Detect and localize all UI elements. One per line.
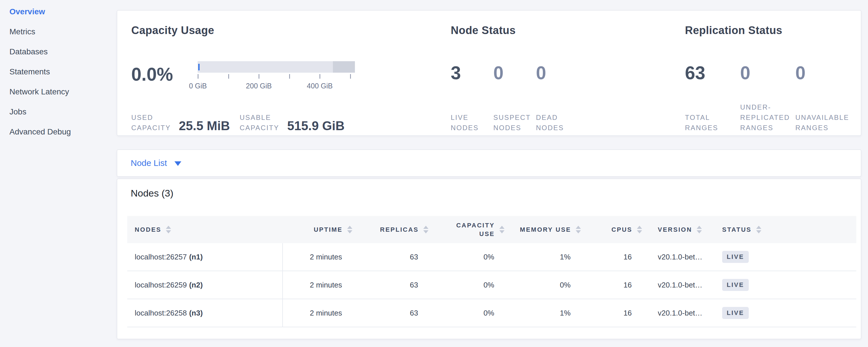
capacity-used-percent: 0.0% (131, 64, 173, 84)
node-memory-use: 1% (504, 253, 581, 261)
node-capacity-use: 0% (428, 253, 504, 261)
gauge-tick (228, 74, 229, 79)
table-row-node-3[interactable]: localhost:26258(n3) 2 minutes 63 0% 1% 1… (127, 299, 856, 327)
replication-labels: TOTAL RANGES UNDER- REPLICATED RANGES UN… (685, 105, 850, 133)
node-uptime: 2 minutes (283, 309, 352, 318)
column-header-replicas[interactable]: REPLICAS (352, 225, 428, 234)
capacity-gauge-nonusable-segment (333, 61, 355, 73)
sort-icon[interactable] (499, 226, 504, 233)
unavailable-ranges-value: 0 (795, 63, 850, 83)
caret-down-icon (175, 161, 181, 166)
sort-icon[interactable] (756, 226, 761, 233)
live-nodes-value: 3 (451, 63, 493, 83)
table-row-node-2[interactable]: localhost:26259(n2) 2 minutes 63 0% 0% 1… (127, 271, 856, 299)
node-status-panel: Node Status 3 0 0 LIVE NODES SUSPECT NOD… (451, 10, 680, 135)
node-address[interactable]: localhost:26257 (135, 253, 187, 261)
nodes-table-header: NODES UPTIME REPLICAS CAPACITY USE MEMOR… (127, 216, 856, 243)
nodes-table-card: Nodes (3) NODES UPTIME REPLICAS CAPACITY… (117, 179, 861, 339)
column-header-nodes[interactable]: NODES (127, 225, 283, 234)
column-header-uptime[interactable]: UPTIME (283, 225, 352, 234)
status-badge: LIVE (722, 251, 749, 263)
sidebar-item-jobs[interactable]: Jobs (9, 102, 117, 122)
status-badge: LIVE (722, 307, 749, 319)
capacity-gauge-used-indicator (198, 64, 199, 70)
capacity-usage-panel: Capacity Usage 0.0% 0 GiB 200 GiB 400 Gi… (131, 10, 449, 135)
node-capacity-use: 0% (428, 281, 504, 289)
node-version: v20.1.0-bet… (642, 281, 704, 289)
usable-capacity-label: USABLE CAPACITY (240, 113, 279, 133)
suspect-nodes-value: 0 (493, 63, 536, 83)
capacity-gauge-bar (197, 61, 355, 73)
gauge-tick (197, 74, 198, 79)
node-id: (n1) (189, 253, 203, 261)
node-address[interactable]: localhost:26259 (135, 281, 187, 289)
node-cpus: 16 (581, 253, 642, 261)
gauge-tick (319, 74, 320, 79)
status-badge: LIVE (722, 279, 749, 291)
gauge-axis-label: 0 GiB (189, 82, 207, 90)
under-replicated-ranges-label: UNDER- REPLICATED RANGES (740, 102, 795, 133)
node-uptime: 2 minutes (283, 253, 352, 261)
total-ranges-label: TOTAL RANGES (685, 113, 740, 133)
sidebar-item-metrics[interactable]: Metrics (9, 22, 117, 42)
node-uptime: 2 minutes (283, 281, 352, 289)
sidebar-item-databases[interactable]: Databases (9, 42, 117, 62)
gauge-axis-label: 400 GiB (307, 82, 333, 90)
node-status-title: Node Status (451, 24, 516, 37)
node-version: v20.1.0-bet… (642, 253, 704, 261)
dead-nodes-label: DEAD NODES (536, 113, 579, 133)
gauge-tick (350, 74, 351, 79)
used-capacity-stat: USED CAPACITY 25.5 MiB (131, 113, 230, 133)
suspect-nodes-label: SUSPECT NODES (493, 113, 536, 133)
node-status-labels: LIVE NODES SUSPECT NODES DEAD NODES (451, 105, 579, 133)
replication-status-title: Replication Status (685, 24, 782, 37)
node-version: v20.1.0-bet… (642, 309, 704, 318)
node-list-dropdown-label: Node List (131, 158, 167, 168)
sidebar-item-overview[interactable]: Overview (9, 2, 117, 22)
used-capacity-label: USED CAPACITY (131, 113, 171, 133)
replication-values: 63 0 0 (685, 63, 850, 83)
usable-capacity-stat: USABLE CAPACITY 515.9 GiB (240, 113, 345, 133)
dead-nodes-value: 0 (536, 63, 579, 83)
sidebar-item-advanced-debug[interactable]: Advanced Debug (9, 122, 117, 142)
unavailable-ranges-label: UNAVAILABLE RANGES (795, 113, 850, 133)
node-list-bar: Node List (117, 149, 861, 177)
sidebar-item-statements[interactable]: Statements (9, 62, 117, 82)
node-memory-use: 0% (504, 281, 581, 289)
column-header-memory-use[interactable]: MEMORY USE (504, 225, 581, 234)
column-header-status[interactable]: STATUS (704, 225, 856, 234)
sidebar-item-network-latency[interactable]: Network Latency (9, 82, 117, 102)
node-cpus: 16 (581, 281, 642, 289)
sort-icon[interactable] (697, 226, 702, 233)
nodes-table-heading: Nodes (3) (131, 188, 173, 199)
column-header-capacity-use[interactable]: CAPACITY USE (428, 221, 504, 238)
used-capacity-value: 25.5 MiB (179, 119, 230, 133)
node-memory-use: 1% (504, 309, 581, 318)
usable-capacity-value: 515.9 GiB (287, 119, 345, 133)
node-id: (n2) (189, 281, 203, 289)
node-capacity-use: 0% (428, 309, 504, 318)
node-replicas: 63 (352, 281, 428, 289)
sidebar: Overview Metrics Databases Statements Ne… (0, 0, 117, 347)
gauge-axis-label: 200 GiB (246, 82, 272, 90)
gauge-tick (258, 74, 259, 79)
capacity-gauge: 0 GiB 200 GiB 400 GiB (197, 61, 357, 98)
sort-icon[interactable] (637, 226, 642, 233)
sort-icon[interactable] (576, 226, 581, 233)
live-nodes-label: LIVE NODES (451, 113, 493, 133)
column-header-version[interactable]: VERSION (642, 225, 704, 234)
sidebar-nav: Overview Metrics Databases Statements Ne… (0, 0, 117, 142)
total-ranges-value: 63 (685, 63, 740, 83)
nodes-table: NODES UPTIME REPLICAS CAPACITY USE MEMOR… (127, 216, 856, 327)
table-row-node-1[interactable]: localhost:26257(n1) 2 minutes 63 0% 1% 1… (127, 243, 856, 271)
cluster-summary-card: Capacity Usage 0.0% 0 GiB 200 GiB 400 Gi… (117, 10, 861, 136)
sort-icon[interactable] (423, 226, 428, 233)
node-list-dropdown[interactable]: Node List (131, 150, 181, 176)
node-cpus: 16 (581, 309, 642, 318)
sort-icon[interactable] (166, 226, 171, 233)
node-status-values: 3 0 0 (451, 63, 579, 83)
column-header-cpus[interactable]: CPUS (581, 225, 642, 234)
sort-icon[interactable] (347, 226, 352, 233)
node-address[interactable]: localhost:26258 (135, 309, 187, 318)
capacity-usage-title: Capacity Usage (131, 24, 214, 37)
